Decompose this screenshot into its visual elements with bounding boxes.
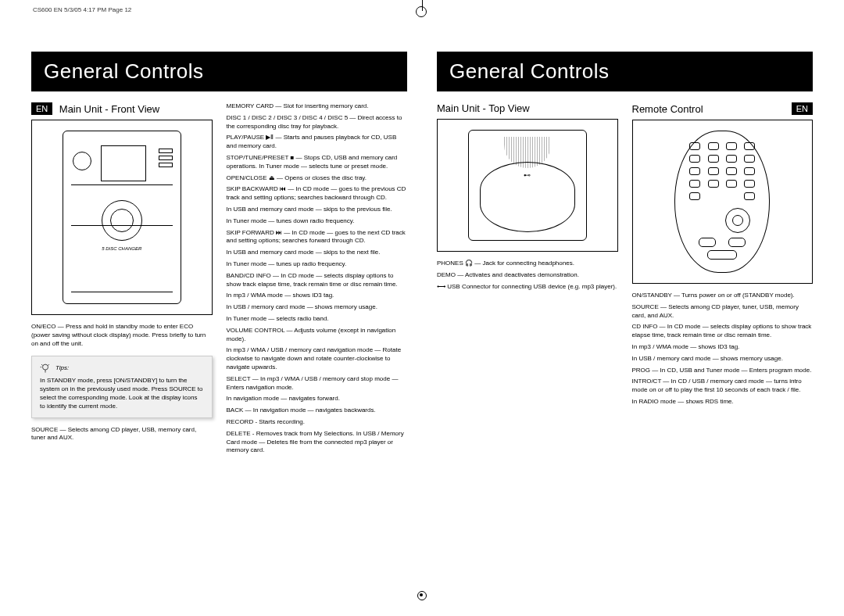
front-desc-2: SOURCE — Selects among CD player, USB, m…: [31, 426, 213, 443]
tips-label: Tips:: [55, 364, 69, 373]
disc-changer-label: 5 DISC CHANGER: [71, 225, 173, 292]
figure-top-view: ⊷: [437, 119, 618, 252]
title-bar-right: General Controls: [437, 52, 813, 91]
front-desc-1: ON/ECO — Press and hold in standby mode …: [31, 323, 213, 348]
svg-point-0: [43, 364, 48, 370]
crop-mark-bottom: [417, 591, 427, 600]
page-right: General Controls Main Unit - Top View ⊷ …: [437, 52, 813, 458]
figure-front-view: 5 DISC CHANGER: [31, 120, 213, 315]
svg-line-3: [48, 364, 49, 365]
section-front-view: Main Unit - Front View: [59, 103, 159, 115]
lightbulb-icon: [40, 363, 51, 374]
top-desc: PHONES 🎧 — Jack for connecting headphone…: [437, 260, 618, 291]
section-top-view: Main Unit - Top View: [437, 102, 618, 114]
svg-line-2: [41, 364, 42, 365]
tips-box: Tips: In STANDBY mode, press [ON/STANDBY…: [31, 356, 213, 417]
title-bar-left: General Controls: [31, 52, 407, 91]
lang-badge-right: EN: [792, 102, 813, 115]
tips-body: In STANDBY mode, press [ON/STANDBY] to t…: [40, 377, 204, 410]
lang-badge-left: EN: [31, 102, 52, 115]
figure-remote: [632, 120, 814, 284]
section-remote: Remote Control: [632, 103, 703, 115]
remote-desc: ON/STANDBY — Turns power on or off (STAN…: [632, 292, 814, 406]
front-desc-col2: MEMORY CARD — Slot for inserting memory …: [227, 102, 408, 458]
print-header: CS600 EN 5/3/05 4:17 PM Page 12: [33, 6, 131, 13]
crop-mark-top: [413, 0, 431, 19]
page-left: General Controls EN Main Unit - Front Vi…: [31, 52, 407, 458]
